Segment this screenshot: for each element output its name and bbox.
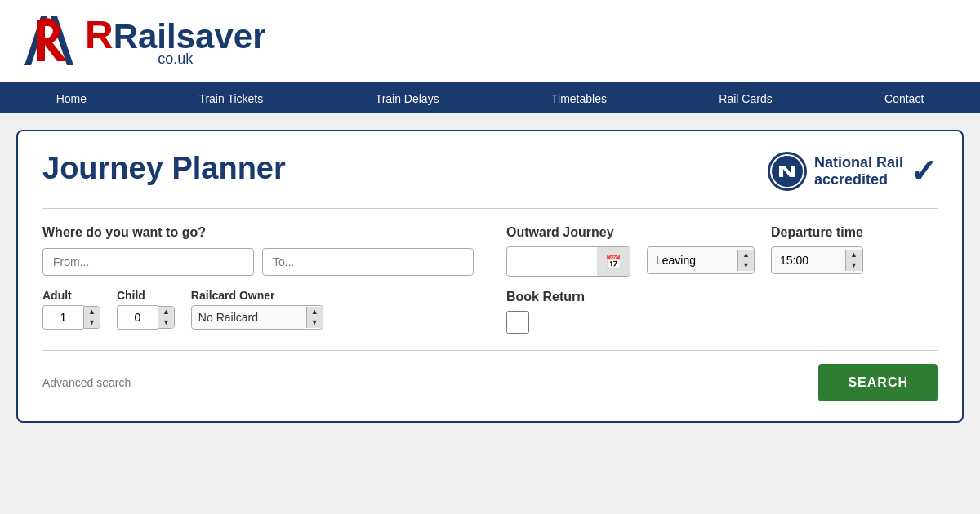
nav-home[interactable]: Home — [32, 84, 111, 113]
child-label: Child — [117, 289, 175, 302]
logo-domain: co.uk — [85, 51, 265, 66]
adult-input[interactable]: 1 — [42, 305, 83, 330]
calendar-icon[interactable]: 📅 — [597, 247, 630, 276]
nav-contact[interactable]: Contact — [860, 84, 948, 113]
child-increment-button[interactable]: ▲ — [158, 307, 174, 317]
journey-planner-card: Journey Planner National Rail accredited… — [16, 130, 964, 423]
railcard-select[interactable]: No Railcard 16-17 Saver 16-25 Railcard S… — [192, 306, 306, 329]
adult-spinner: 1 ▲ ▼ — [42, 305, 100, 330]
leaving-decrement-button[interactable]: ▼ — [738, 260, 754, 271]
outward-journey-group: Outward Journey 01/06/2020 📅 — [506, 225, 630, 277]
railcard-group: Railcard Owner No Railcard 16-17 Saver 1… — [191, 289, 323, 330]
adult-increment-button[interactable]: ▲ — [84, 307, 100, 317]
from-to-row — [42, 248, 474, 276]
child-spinner: 0 ▲ ▼ — [117, 305, 175, 330]
adult-decrement-button[interactable]: ▼ — [84, 317, 100, 328]
departure-label: Departure time — [771, 225, 863, 240]
time-select[interactable]: 15:00 00:0000:3001:00 06:0007:0008:00 — [772, 247, 845, 273]
planner-title: Journey Planner — [42, 151, 286, 186]
nav-train-delays[interactable]: Train Delays — [351, 84, 464, 113]
time-decrement-button[interactable]: ▼ — [846, 260, 862, 271]
to-input[interactable] — [262, 248, 474, 276]
bottom-section: Advanced search SEARCH — [42, 350, 938, 401]
adult-spinner-group: Adult 1 ▲ ▼ — [42, 289, 100, 330]
child-input[interactable]: 0 — [117, 305, 158, 330]
national-rail-badge: National Rail accredited ✓ — [767, 151, 938, 192]
railcard-label: Railcard Owner — [191, 289, 323, 302]
national-rail-logo-icon — [767, 151, 808, 192]
header: RRailsaver co.uk — [0, 0, 980, 84]
nav-timetables[interactable]: Timetables — [527, 84, 631, 113]
navigation: Home Train Tickets Train Delays Timetabl… — [0, 84, 980, 113]
national-rail-line2: accredited — [814, 171, 903, 188]
spinners-row: Adult 1 ▲ ▼ Child 0 — [42, 289, 474, 330]
child-spinner-group: Child 0 ▲ ▼ — [117, 289, 175, 330]
leaving-spacer-label — [647, 225, 755, 240]
nav-train-tickets[interactable]: Train Tickets — [174, 84, 287, 113]
leaving-select-wrap: Leaving Arriving ▲ ▼ — [647, 246, 755, 274]
child-spinner-buttons: ▲ ▼ — [158, 306, 175, 329]
national-rail-text: National Rail accredited — [814, 154, 903, 188]
logo: RRailsaver co.uk — [16, 8, 265, 73]
nav-rail-cards[interactable]: Rail Cards — [694, 84, 796, 113]
time-increment-button[interactable]: ▲ — [846, 250, 862, 260]
leaving-select[interactable]: Leaving Arriving — [648, 247, 737, 273]
time-select-wrap: 15:00 00:0000:3001:00 06:0007:0008:00 ▲ … — [771, 246, 863, 274]
form-section: Where do you want to go? Adult 1 ▲ ▼ — [42, 225, 938, 334]
search-button[interactable]: SEARCH — [818, 364, 938, 401]
time-spinner-buttons: ▲ ▼ — [845, 250, 862, 271]
logo-icon — [16, 8, 82, 73]
right-top-row: Outward Journey 01/06/2020 📅 Leaving — [506, 225, 938, 277]
date-field: 01/06/2020 📅 — [506, 246, 630, 277]
logo-text: RRailsaver co.uk — [85, 16, 265, 66]
date-input[interactable]: 01/06/2020 — [507, 249, 597, 275]
book-return-section: Book Return — [506, 290, 938, 334]
right-section: Outward Journey 01/06/2020 📅 Leaving — [506, 225, 938, 334]
divider-top — [42, 208, 938, 209]
adult-label: Adult — [42, 289, 100, 302]
departure-time-group: Departure time 15:00 00:0000:3001:00 06:… — [771, 225, 863, 277]
leaving-increment-button[interactable]: ▲ — [738, 250, 754, 260]
national-rail-line1: National Rail — [814, 154, 903, 171]
railcard-spinner-buttons: ▲ ▼ — [306, 307, 323, 328]
main-content: Journey Planner National Rail accredited… — [0, 113, 980, 439]
left-section: Where do you want to go? Adult 1 ▲ ▼ — [42, 225, 474, 330]
child-decrement-button[interactable]: ▼ — [158, 317, 174, 328]
leaving-group: Leaving Arriving ▲ ▼ — [647, 225, 755, 277]
logo-brand-name: RRailsaver — [85, 16, 265, 55]
advanced-search-link[interactable]: Advanced search — [42, 376, 131, 389]
outward-label: Outward Journey — [506, 225, 630, 240]
from-input[interactable] — [42, 248, 254, 276]
adult-spinner-buttons: ▲ ▼ — [83, 306, 100, 329]
railcard-decrement-button[interactable]: ▼ — [307, 317, 323, 328]
national-rail-checkmark-icon: ✓ — [910, 153, 938, 190]
book-return-checkbox[interactable] — [506, 311, 529, 334]
railcard-select-wrap: No Railcard 16-17 Saver 16-25 Railcard S… — [191, 305, 323, 330]
railcard-increment-button[interactable]: ▲ — [307, 307, 323, 317]
book-return-label: Book Return — [506, 290, 938, 304]
planner-header: Journey Planner National Rail accredited… — [42, 151, 938, 192]
where-label: Where do you want to go? — [42, 225, 474, 240]
leaving-spinner-buttons: ▲ ▼ — [737, 250, 754, 271]
